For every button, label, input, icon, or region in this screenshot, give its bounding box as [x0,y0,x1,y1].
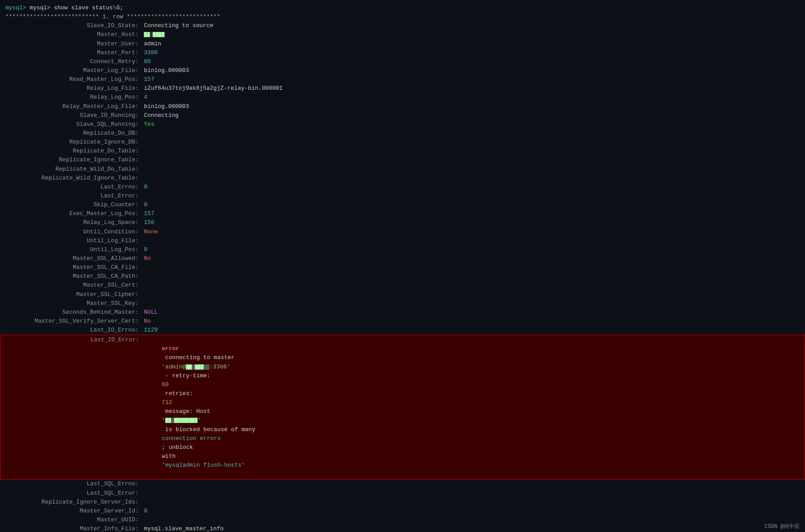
field-connect-retry: Connect_Retry: 60 [0,57,805,66]
field-master-ssl-cert: Master_SSL_Cert: [0,281,805,290]
field-read-master-log-pos: Read_Master_Log_Pos: 157 [0,75,805,84]
field-relay-log-space: Relay_Log_Space: 156 [0,218,805,227]
field-replicate-ignore-table: Replicate_Ignore_Table: [0,156,805,164]
prompt: mysql> [5,4,30,11]
field-skip-counter: Skip_Counter: 0 [0,200,805,209]
field-replicate-wild-ignore-table: Replicate_Wild_Ignore_Table: [0,174,805,183]
field-last-sql-errno: Last_SQL_Errno: [0,480,805,488]
field-replicate-do-table: Replicate_Do_Table: [0,147,805,156]
field-until-condition: Until_Condition: None [0,228,805,236]
command: mysql> show slave status\G; [30,4,124,11]
field-master-log-file: Master_Log_File: binlog.000003 [0,66,805,75]
field-replicate-wild-do-table: Replicate_Wild_Do_Table: [0,165,805,174]
field-slave-sql-running: Slave_SQL_Running: Yes [0,120,805,129]
field-replicate-do-db: Replicate_Do_DB: [0,129,805,138]
row-separator: *************************** 1. row *****… [0,12,805,21]
field-relay-log-file: Relay_Log_File: iZuf64u37toj9ak8j5a2gjZ-… [0,84,805,93]
field-master-user: Master_User: admin [0,40,805,48]
field-slave-io-state: Slave_IO_State: Connecting to source [0,21,805,30]
field-last-error: Last_Error: [0,192,805,200]
field-master-uuid: Master_UUID: [0,516,805,524]
field-master-ssl-ca-file: Master_SSL_CA_File: [0,263,805,272]
field-exec-master-log-pos: Exec_Master_Log_Pos: 157 [0,209,805,218]
field-relay-log-pos: Relay_Log_Pos: 4 [0,93,805,102]
field-master-info-file: Master_Info_File: mysql.slave_master_inf… [0,524,805,532]
field-master-ssl-verify: Master_SSL_Verify_Server_Cert: No [0,317,805,326]
field-master-port: Master_Port: 3306 [0,48,805,57]
terminal: mysql> mysql> show slave status\G; *****… [0,0,805,532]
field-master-server-id: Master_Server_Id: 0 [0,507,805,516]
field-replicate-ignore-server-ids: Replicate_Ignore_Server_Ids: [0,498,805,507]
field-replicate-ignore-db: Replicate_Ignore_DB: [0,138,805,147]
field-master-ssl-ca-path: Master_SSL_CA_Path: [0,272,805,281]
field-last-errno: Last_Errno: 0 [0,183,805,192]
field-seconds-behind-master: Seconds_Behind_Master: NULL [0,308,805,317]
field-relay-master-log-file: Relay_Master_Log_File: binlog.000003 [0,102,805,111]
field-master-ssl-key: Master_SSL_Key: [0,299,805,308]
bottom-bar: CSDN @何中应 [759,521,805,532]
field-master-ssl-cipher: Master_SSL_Cipher: [0,290,805,299]
error-content: error connecting to master 'admin@██ ███… [141,336,259,479]
field-slave-io-running: Slave_IO_Running: Connecting [0,111,805,120]
field-master-ssl-allowed: Master_SSL_Allowed: No [0,254,805,263]
last-io-error-line: Last_IO_Error: error connecting to maste… [0,335,805,480]
field-last-sql-error: Last_SQL_Error: [0,489,805,498]
field-master-host: Master_Host: ██ ████ [0,30,805,39]
command-line: mysql> mysql> show slave status\G; [0,4,805,12]
field-last-io-errno: Last_IO_Errno: 1129 [0,326,805,335]
field-until-log-pos: Until_Log_Pos: 0 [0,245,805,254]
field-until-log-file: Until_Log_File: [0,236,805,245]
csdn-attribution: CSDN @何中应 [765,524,800,530]
